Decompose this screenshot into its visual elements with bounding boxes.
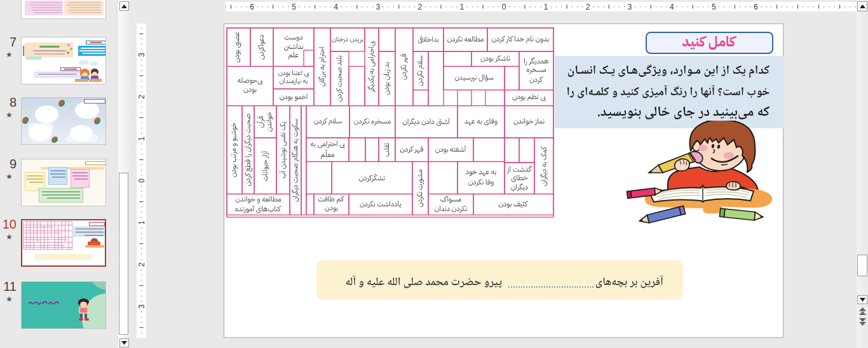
svg-text:1: 1 [137,220,146,225]
svg-text:4: 4 [334,3,338,11]
svg-text:0: 0 [137,178,146,183]
svg-text:2: 2 [586,3,590,11]
svg-text:3: 3 [137,53,146,57]
svg-text:2: 2 [137,95,146,99]
svg-text:5: 5 [712,3,716,11]
svg-text:3: 3 [628,3,632,11]
svg-text:1: 1 [137,137,146,141]
svg-text:4: 4 [670,3,674,11]
svg-text:3: 3 [137,304,146,309]
svg-text:1: 1 [460,3,465,11]
svg-text:2: 2 [137,262,146,267]
svg-text:2: 2 [418,3,423,11]
svg-text:6: 6 [250,3,254,11]
svg-text:1: 1 [544,3,548,11]
svg-text:5: 5 [292,3,296,11]
svg-text:0: 0 [502,3,506,11]
svg-text:6: 6 [754,3,758,11]
svg-text:3: 3 [376,3,380,11]
